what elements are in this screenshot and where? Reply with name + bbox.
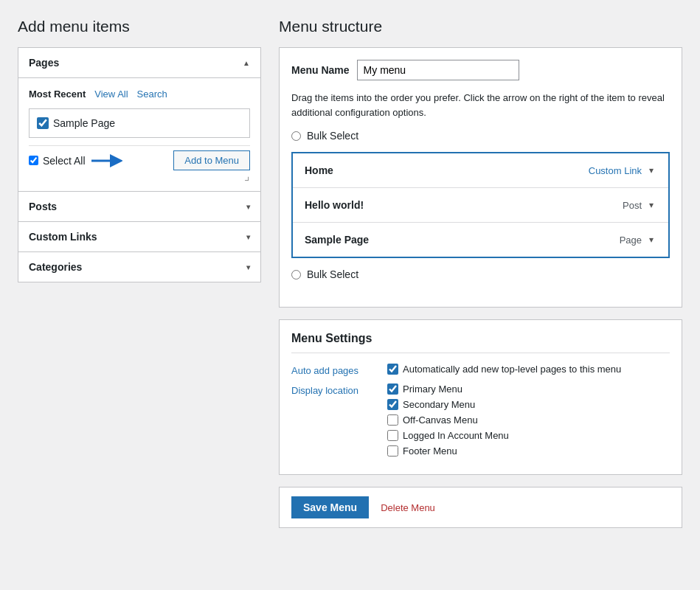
select-all-left: Select All xyxy=(29,153,122,168)
right-panel-title: Menu structure xyxy=(279,18,682,35)
pages-list: Sample Page xyxy=(29,108,250,138)
location-off-canvas-checkbox[interactable] xyxy=(387,414,398,426)
menu-item-sample-page: Sample Page Page ▾ xyxy=(293,223,668,257)
bulk-select-label-top: Bulk Select xyxy=(307,130,358,142)
page-item-sample: Sample Page xyxy=(37,115,242,131)
location-primary: Primary Menu xyxy=(387,384,509,395)
location-footer: Footer Menu xyxy=(387,445,509,457)
location-logged-in: Logged In Account Menu xyxy=(387,430,509,441)
location-secondary: Secondary Menu xyxy=(387,399,509,410)
delete-menu-link[interactable]: Delete Menu xyxy=(381,502,435,513)
accordion-categories-label: Categories xyxy=(29,261,82,273)
menu-structure-box: Menu Name Drag the items into the order … xyxy=(279,47,682,308)
select-all-checkbox[interactable] xyxy=(29,156,38,165)
location-footer-label: Footer Menu xyxy=(403,445,457,457)
display-location-label: Display location xyxy=(291,384,387,396)
location-off-canvas: Off-Canvas Menu xyxy=(387,414,509,426)
tab-search[interactable]: Search xyxy=(137,87,167,101)
auto-add-label: Auto add pages xyxy=(291,364,387,376)
resize-handle[interactable]: ⌟ xyxy=(29,170,250,182)
accordion-custom-links-header[interactable]: Custom Links ▾ xyxy=(18,222,260,251)
location-primary-checkbox[interactable] xyxy=(387,384,398,395)
menu-item-sample-type: Page xyxy=(620,235,642,246)
menu-name-input[interactable] xyxy=(357,60,519,80)
menu-item-home-expand-button[interactable]: ▾ xyxy=(646,164,656,177)
accordion-posts-arrow-icon: ▾ xyxy=(246,203,250,211)
accordion-pages-arrow-icon: ▲ xyxy=(243,59,250,67)
auto-add-row: Auto add pages Automatically add new top… xyxy=(291,364,670,376)
bulk-select-radio-top[interactable] xyxy=(291,131,301,141)
display-location-content: Primary Menu Secondary Menu Off-Canvas M… xyxy=(387,384,509,457)
menu-item-hello-label: Hello world! xyxy=(305,199,364,211)
right-panel: Menu structure Menu Name Drag the items … xyxy=(279,18,682,528)
location-secondary-checkbox[interactable] xyxy=(387,399,398,410)
menu-settings-title: Menu Settings xyxy=(291,332,670,353)
page-checkbox-sample[interactable] xyxy=(37,117,49,129)
menu-item-hello-right: Post ▾ xyxy=(623,198,656,212)
save-row: Save Menu Delete Menu xyxy=(279,487,682,528)
accordion-posts-label: Posts xyxy=(29,201,57,212)
menu-name-label: Menu Name xyxy=(291,64,350,76)
menu-items-box: Home Custom Link ▾ Hello world! Post ▾ S… xyxy=(291,152,670,258)
accordion-categories: Categories ▾ xyxy=(18,252,261,282)
drag-hint: Drag the items into the order you prefer… xyxy=(291,91,670,119)
accordion-posts-header[interactable]: Posts ▾ xyxy=(18,192,260,221)
display-location-row: Display location Primary Menu Secondary … xyxy=(291,384,670,457)
bulk-select-label-bottom: Bulk Select xyxy=(307,268,358,280)
location-logged-in-label: Logged In Account Menu xyxy=(403,430,509,441)
pages-tabs: Most Recent View All Search xyxy=(29,87,250,101)
location-secondary-label: Secondary Menu xyxy=(403,399,475,410)
select-all-row: Select All xyxy=(29,145,250,170)
menu-item-hello-world: Hello world! Post ▾ xyxy=(293,188,668,223)
blue-arrow xyxy=(90,153,122,168)
accordion-pages-header[interactable]: Pages ▲ xyxy=(18,48,260,77)
accordion-categories-arrow-icon: ▾ xyxy=(246,263,250,271)
blue-arrow-icon xyxy=(90,153,122,168)
accordion-posts: Posts ▾ xyxy=(18,192,261,222)
auto-add-checkbox[interactable] xyxy=(387,364,398,375)
location-logged-in-checkbox[interactable] xyxy=(387,430,398,441)
accordion-custom-links-label: Custom Links xyxy=(29,231,97,243)
location-off-canvas-label: Off-Canvas Menu xyxy=(403,414,478,426)
menu-item-home-right: Custom Link ▾ xyxy=(589,164,656,177)
menu-item-sample-expand-button[interactable]: ▾ xyxy=(646,233,656,246)
add-to-menu-button[interactable]: Add to Menu xyxy=(173,150,250,170)
menu-item-sample-label: Sample Page xyxy=(305,234,369,246)
bulk-select-bottom: Bulk Select xyxy=(291,268,670,280)
tab-view-all[interactable]: View All xyxy=(94,87,128,101)
accordion-pages-label: Pages xyxy=(29,57,59,69)
save-menu-button[interactable]: Save Menu xyxy=(291,496,369,518)
menu-settings-box: Menu Settings Auto add pages Automatical… xyxy=(279,319,682,475)
auto-add-text: Automatically add new top-level pages to… xyxy=(403,364,621,375)
location-primary-label: Primary Menu xyxy=(403,384,462,395)
tab-most-recent[interactable]: Most Recent xyxy=(29,87,86,101)
location-footer-checkbox[interactable] xyxy=(387,445,398,457)
accordion-pages-content: Most Recent View All Search Sample Page … xyxy=(18,77,260,191)
auto-add-content: Automatically add new top-level pages to… xyxy=(387,364,621,375)
accordion-custom-links: Custom Links ▾ xyxy=(18,222,261,252)
select-all-label: Select All xyxy=(43,155,86,167)
menu-item-home-type: Custom Link xyxy=(589,165,642,176)
bulk-select-radio-bottom[interactable] xyxy=(291,270,301,280)
accordion-categories-header[interactable]: Categories ▾ xyxy=(18,252,260,282)
menu-item-home-label: Home xyxy=(305,164,333,176)
left-panel: Add menu items Pages ▲ Most Recent View … xyxy=(18,18,261,282)
accordion-pages: Pages ▲ Most Recent View All Search Samp… xyxy=(18,47,261,192)
auto-add-inline: Automatically add new top-level pages to… xyxy=(387,364,621,375)
menu-item-hello-type: Post xyxy=(623,200,642,211)
menu-item-hello-expand-button[interactable]: ▾ xyxy=(646,198,656,212)
bulk-select-top: Bulk Select xyxy=(291,130,670,142)
menu-item-sample-right: Page ▾ xyxy=(620,233,656,246)
page-label-sample: Sample Page xyxy=(53,117,115,129)
menu-item-home: Home Custom Link ▾ xyxy=(293,153,668,188)
menu-name-row: Menu Name xyxy=(291,60,670,80)
left-panel-title: Add menu items xyxy=(18,18,261,35)
accordion-custom-links-arrow-icon: ▾ xyxy=(246,233,250,241)
